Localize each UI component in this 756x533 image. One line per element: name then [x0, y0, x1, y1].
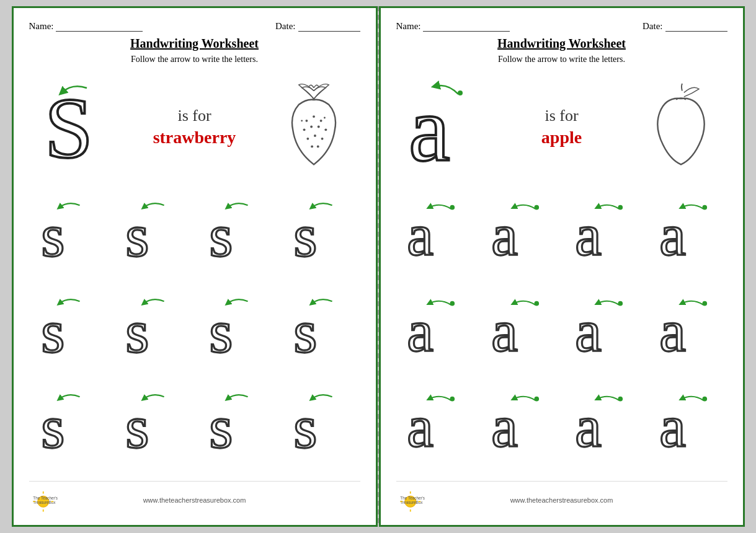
- svg-text:a: a: [659, 297, 686, 364]
- logo-1: The Teacher's TreasureBox: [29, 485, 66, 516]
- svg-text:The Teacher's: The Teacher's: [33, 496, 58, 500]
- date-underline-1: [298, 20, 360, 32]
- letter-cell-s-1: s: [29, 192, 109, 273]
- svg-text:s: s: [210, 202, 233, 269]
- date-label-2: Date:: [643, 21, 662, 32]
- letter-cell-a-9: a: [396, 384, 476, 464]
- name-underline-2: [423, 20, 510, 32]
- svg-point-11: [311, 145, 313, 148]
- svg-point-1: [305, 120, 308, 122]
- name-field-2: Name:: [396, 20, 510, 32]
- svg-point-8: [306, 138, 309, 140]
- svg-point-9: [314, 134, 316, 137]
- svg-text:S: S: [45, 80, 93, 170]
- letter-cell-s-2: s: [113, 192, 192, 273]
- svg-text:s: s: [125, 298, 149, 365]
- letter-cell-a-6: a: [480, 288, 559, 369]
- svg-point-51: [702, 301, 707, 306]
- letter-cell-s-7: s: [197, 288, 277, 369]
- letter-cell-s-3: s: [197, 192, 277, 273]
- svg-point-7: [324, 128, 327, 131]
- svg-point-4: [303, 128, 305, 131]
- svg-text:a: a: [575, 393, 602, 459]
- letter-cell-s-11: s: [197, 384, 277, 464]
- page-1-title: Handwriting Worksheet: [29, 37, 360, 51]
- letter-cell-a-10: a: [480, 384, 559, 464]
- svg-text:a: a: [659, 393, 686, 459]
- letter-cell-a-7: a: [564, 288, 644, 369]
- svg-point-3: [319, 120, 322, 122]
- letter-cell-a-2: a: [480, 192, 559, 273]
- letter-cell-s-10: s: [113, 384, 192, 464]
- page-1-is-for-text: is for: [177, 107, 211, 125]
- page-2-hero: a is for apple: [396, 71, 727, 183]
- letter-cell-s-12: s: [281, 384, 360, 464]
- svg-point-12: [316, 145, 319, 148]
- svg-text:s: s: [293, 202, 317, 269]
- svg-point-35: [458, 90, 463, 95]
- letter-cell-a-8: a: [648, 288, 727, 369]
- page-2: Name: Date: Handwriting Worksheet Follow…: [379, 6, 745, 527]
- page-1-subtitle: Follow the arrow to write the letters.: [29, 55, 360, 64]
- page-2-footer: The Teacher's TreasureBox www.theteacher…: [396, 481, 727, 516]
- svg-point-57: [618, 397, 623, 402]
- svg-text:a: a: [491, 297, 518, 364]
- svg-point-55: [534, 397, 539, 402]
- logo-2: The Teacher's TreasureBox: [396, 485, 434, 516]
- page-1-letters-grid: s s: [29, 192, 360, 475]
- svg-text:a: a: [409, 77, 450, 170]
- svg-point-49: [618, 301, 623, 306]
- letter-cell-s-8: s: [281, 288, 360, 369]
- svg-point-39: [534, 205, 539, 210]
- page-1-footer: The Teacher's TreasureBox www.theteacher…: [29, 481, 360, 516]
- svg-point-6: [317, 126, 319, 128]
- page-1-word: strawberry: [153, 128, 236, 148]
- svg-text:s: s: [42, 298, 65, 365]
- page-2-word: apple: [541, 128, 582, 148]
- svg-text:TreasureBox: TreasureBox: [400, 500, 423, 504]
- letter-cell-a-3: a: [564, 192, 644, 273]
- svg-text:s: s: [125, 202, 149, 269]
- date-underline-2: [665, 20, 727, 32]
- letter-cell-s-6: s: [113, 288, 192, 369]
- svg-text:a: a: [575, 297, 602, 364]
- svg-point-10: [321, 138, 323, 140]
- apple-image: [641, 81, 721, 174]
- date-label-1: Date:: [275, 21, 295, 32]
- svg-point-47: [534, 301, 539, 306]
- letter-cell-a-5: a: [396, 288, 476, 369]
- page-1-is-for-section: is for strawberry: [116, 107, 273, 148]
- svg-point-41: [618, 205, 623, 210]
- svg-text:s: s: [42, 394, 65, 461]
- svg-point-5: [310, 126, 313, 128]
- svg-text:a: a: [407, 201, 434, 268]
- svg-point-37: [450, 205, 455, 210]
- svg-point-53: [450, 397, 455, 402]
- page-1-footer-url: www.theteacherstreasurebox.com: [143, 496, 246, 504]
- svg-text:The Teacher's: The Teacher's: [400, 496, 425, 500]
- svg-text:s: s: [42, 202, 65, 269]
- svg-point-14: [323, 117, 325, 119]
- svg-text:a: a: [659, 201, 686, 268]
- page-2-subtitle: Follow the arrow to write the letters.: [396, 55, 727, 64]
- svg-text:s: s: [293, 298, 317, 365]
- svg-point-2: [313, 115, 315, 118]
- pages-container: Name: Date: Handwriting Worksheet Follow…: [12, 6, 745, 527]
- date-field-2: Date:: [643, 20, 727, 32]
- strawberry-image: [273, 81, 354, 174]
- svg-text:s: s: [293, 394, 317, 461]
- svg-text:TreasureBox: TreasureBox: [33, 500, 56, 504]
- big-a-letter: a: [402, 71, 483, 183]
- svg-text:s: s: [210, 298, 233, 365]
- svg-text:a: a: [407, 297, 434, 364]
- page-2-header: Name: Date:: [396, 20, 727, 32]
- letter-cell-s-9: s: [29, 384, 109, 464]
- page-1-header: Name: Date:: [29, 20, 360, 32]
- svg-text:a: a: [491, 201, 518, 268]
- page-2-is-for-section: is for apple: [483, 107, 641, 148]
- page-2-footer-url: www.theteacherstreasurebox.com: [510, 496, 613, 504]
- letter-cell-s-5: s: [29, 288, 109, 369]
- letter-cell-a-4: a: [648, 192, 727, 273]
- page-2-title: Handwriting Worksheet: [396, 37, 727, 51]
- svg-text:s: s: [210, 394, 233, 461]
